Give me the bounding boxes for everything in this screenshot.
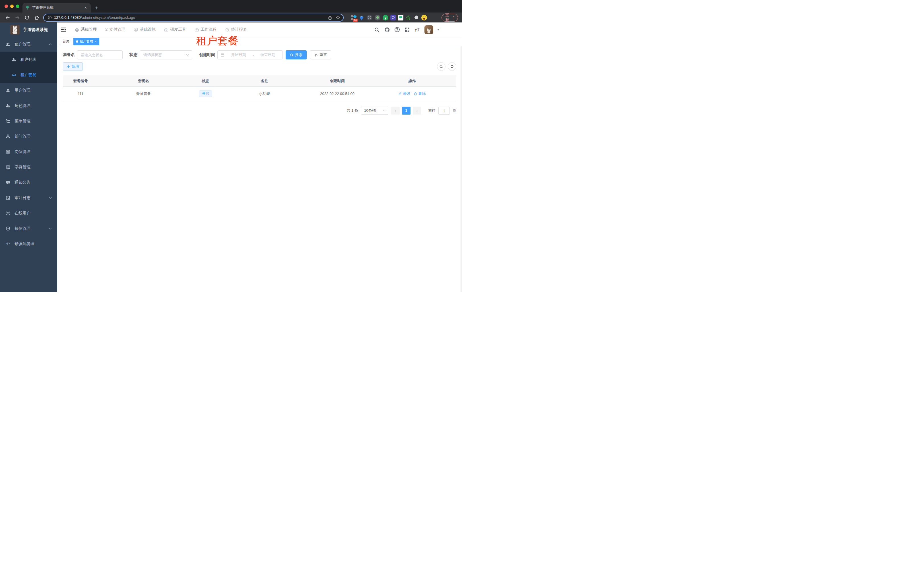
page-watermark: 租户套餐 [196, 36, 238, 47]
online-broadcast-icon [6, 211, 10, 216]
site-info-icon[interactable] [48, 16, 52, 20]
cell-package-name: 普通套餐 [98, 91, 189, 96]
reset-button[interactable]: 重置 [310, 50, 331, 59]
delete-link[interactable]: 删除 [414, 91, 426, 96]
sidebar: 芋道管理系统 租户管理 租户列表 租户套餐 用户管理 [0, 23, 57, 292]
top-menu-workflow[interactable]: 工作流程 [195, 23, 216, 37]
end-date-placeholder[interactable]: 结束日期 [256, 52, 280, 58]
sidebar-fold-icon[interactable] [61, 27, 66, 33]
browser-tab[interactable]: 芋道管理系统 × [23, 3, 91, 13]
date-separator: - [252, 53, 254, 57]
calendar-icon [221, 53, 224, 57]
page-buttons: ‹ 1 › [391, 107, 421, 115]
top-menu-label: 支付管理 [109, 27, 125, 32]
top-menu-label: 统计报表 [231, 27, 247, 32]
tab-close-icon[interactable]: × [83, 5, 88, 10]
extension-y-icon[interactable]: y [382, 15, 389, 21]
sidebar-item-label: 字典管理 [15, 165, 30, 170]
home-icon[interactable] [34, 15, 39, 20]
gear-icon [75, 28, 79, 32]
sidebar-item-label: 在线用户 [15, 211, 30, 216]
extensions-puzzle-icon[interactable] [413, 15, 419, 21]
edit-link[interactable]: 修改 [398, 91, 410, 96]
top-menu-label: 系统管理 [81, 27, 97, 32]
back-icon[interactable] [5, 15, 10, 20]
extension-shield-icon[interactable] [390, 15, 396, 20]
window-minimize-button[interactable] [10, 5, 14, 8]
sidebar-logo-row[interactable]: 芋道管理系统 [0, 23, 57, 37]
tag-label: 首页 [63, 39, 69, 44]
sidebar-item-tenant-list[interactable]: 租户列表 [0, 52, 57, 67]
fullscreen-icon[interactable] [404, 27, 410, 33]
sidebar-item-label: 租户套餐 [20, 72, 36, 77]
font-size-icon[interactable]: TT [415, 27, 420, 32]
tag-tenant-package[interactable]: 租户套餐 × [73, 38, 99, 45]
add-button[interactable]: 新增 [63, 62, 83, 71]
toolbox-icon [164, 28, 168, 32]
status-select[interactable]: 请选择状态 [140, 50, 192, 59]
col-header-id: 套餐编号 [63, 79, 98, 84]
reload-icon[interactable] [25, 15, 30, 20]
extension-chat-icon[interactable] [398, 15, 403, 20]
sidebar-item-user-management[interactable]: 用户管理 [0, 83, 57, 98]
tag-close-icon[interactable]: × [95, 39, 97, 43]
window-close-button[interactable] [5, 5, 8, 8]
prev-page-button[interactable]: ‹ [391, 107, 400, 115]
browser-update-button[interactable]: 更新 ⋮ [442, 14, 458, 21]
extension-emoji-icon[interactable] [421, 15, 427, 21]
sidebar-item-sms-management[interactable]: 短信管理 [0, 221, 57, 236]
url-field[interactable]: 127.0.0.1:48080/admin-ui/system/tenant/p… [43, 14, 344, 21]
show-search-toggle-button[interactable] [437, 62, 446, 71]
extension-command-icon[interactable]: ⌘ [366, 15, 373, 21]
goto-page-input[interactable] [438, 107, 450, 115]
avatar-caret-icon[interactable] [437, 29, 440, 30]
sidebar-item-tenant-management[interactable]: 租户管理 [0, 37, 57, 52]
sidebar-item-dept-management[interactable]: 部门管理 [0, 129, 57, 144]
sidebar-item-notice[interactable]: 通知公告 [0, 175, 57, 190]
package-name-input[interactable] [77, 50, 123, 59]
sidebar-item-label: 角色管理 [15, 103, 30, 109]
bookmark-star-icon[interactable] [336, 15, 340, 20]
sidebar-item-menu-management[interactable]: 菜单管理 [0, 114, 57, 129]
top-menu-devtools[interactable]: 研发工具 [164, 23, 186, 37]
sidebar-item-error-code[interactable]: </> 错误码管理 [0, 236, 57, 252]
top-menu-infra[interactable]: 基础设施 [134, 23, 156, 37]
user-icon [6, 88, 10, 93]
forward-icon[interactable] [15, 15, 20, 20]
start-date-placeholder[interactable]: 开始日期 [227, 52, 250, 58]
sidebar-item-online-users[interactable]: 在线用户 [0, 206, 57, 221]
extension-record-icon[interactable] [375, 15, 381, 21]
sidebar-item-tenant-package[interactable]: 租户套餐 [0, 67, 57, 83]
top-menu-pay[interactable]: ¥ 支付管理 [105, 23, 125, 37]
new-tab-button[interactable]: + [95, 5, 98, 11]
sidebar-item-label: 审计日志 [15, 195, 30, 201]
active-dot [76, 40, 78, 43]
refresh-table-button[interactable] [448, 62, 456, 71]
create-time-range-picker[interactable]: 开始日期 - 结束日期 [217, 50, 283, 59]
table-tools [437, 62, 456, 71]
extension-gem-icon[interactable] [358, 15, 365, 21]
shield-check-icon [6, 226, 10, 231]
sidebar-item-dict-management[interactable]: 字典管理 [0, 160, 57, 175]
tag-home[interactable]: 首页 [60, 38, 72, 45]
extension-star-icon[interactable] [405, 15, 411, 21]
github-icon[interactable] [384, 27, 390, 33]
page-1-button[interactable]: 1 [402, 107, 411, 115]
browser-menu-icon[interactable]: ⋮ [452, 15, 455, 20]
page-size-select[interactable]: 10条/页 [361, 107, 388, 115]
search-button[interactable]: 搜索 [285, 50, 307, 59]
sidebar-item-post-management[interactable]: 岗位管理 [0, 144, 57, 160]
next-page-button[interactable]: › [413, 107, 421, 115]
sidebar-item-role-management[interactable]: 角色管理 [0, 98, 57, 114]
top-menu-system[interactable]: 系统管理 [75, 23, 97, 37]
header-search-icon[interactable] [374, 27, 380, 33]
chevron-down-icon [383, 109, 386, 112]
monitor-check-icon [134, 28, 138, 32]
help-icon[interactable]: ? [394, 27, 400, 32]
extension-grid-icon[interactable]: 10 [350, 15, 357, 21]
top-menu-report[interactable]: 统计报表 [225, 23, 247, 37]
user-avatar[interactable] [424, 25, 433, 34]
window-zoom-button[interactable] [16, 5, 19, 8]
sidebar-item-audit-log[interactable]: 审计日志 [0, 190, 57, 206]
share-icon[interactable] [328, 15, 332, 20]
